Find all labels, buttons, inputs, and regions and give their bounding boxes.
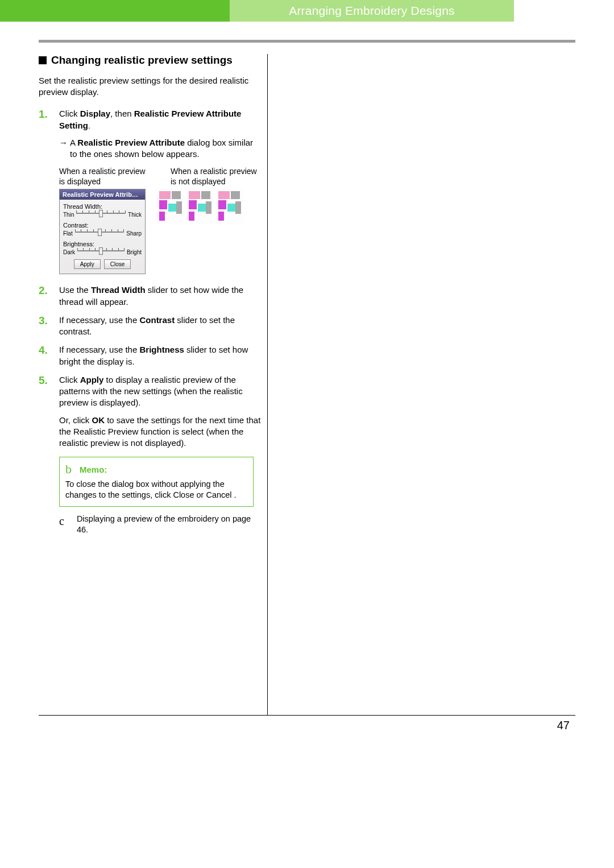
dialog-buttons: Apply Close <box>63 259 142 269</box>
s1-sub-t1: A <box>70 138 77 147</box>
s1-t1: Click <box>59 109 80 118</box>
thick-label: Thick <box>128 212 142 218</box>
close-button[interactable]: Close <box>104 259 131 269</box>
slider-thumb-icon[interactable] <box>99 210 103 217</box>
brightness-row: Brightness: Dark Bright <box>63 241 142 256</box>
thumb-2 <box>186 189 214 224</box>
brightness-slider[interactable] <box>77 248 125 256</box>
s5-t1: Click <box>59 375 80 385</box>
step-3-number: 3. <box>39 315 53 338</box>
s1-sub-b1: Realistic Preview Attribute <box>77 138 185 147</box>
s1-t2: , then <box>110 109 134 118</box>
step-4-body: If necessary, use the Brightness slider … <box>59 344 262 367</box>
contrast-row: Contrast: Flat Sharp <box>63 222 142 237</box>
apply-button[interactable]: Apply <box>74 259 101 269</box>
figures-row: Realistic Preview Attrib… Thread Width: … <box>59 189 262 274</box>
right-column <box>272 54 501 715</box>
s3-t1: If necessary, use the <box>59 315 139 325</box>
memo-title: Memo: <box>80 465 107 474</box>
caption-right: When a realistic preview is not displaye… <box>171 167 262 187</box>
chapter-title: Arranging Embroidery Designs <box>230 0 514 22</box>
left-column: Changing realistic preview settings Set … <box>39 54 267 715</box>
step-3: 3. If necessary, use the Contrast slider… <box>39 315 262 338</box>
step-1-body: Click Display, then Realistic Preview At… <box>59 108 262 160</box>
s3-b1: Contrast <box>139 315 175 325</box>
s1-t3: . <box>88 121 90 130</box>
dialog-title: Realistic Preview Attrib… <box>60 189 145 200</box>
step-2-body: Use the Thread Width slider to set how w… <box>59 284 262 308</box>
s2-b1: Thread Width <box>91 285 146 295</box>
xref-c-icon: c <box>59 514 64 535</box>
step-4: 4. If necessary, use the Brightness slid… <box>39 344 262 367</box>
flat-label: Flat <box>63 230 73 237</box>
thin-label: Thin <box>63 212 74 218</box>
s1-b1: Display <box>80 109 110 118</box>
step-4-number: 4. <box>39 344 53 367</box>
thread-width-row: Thread Width: Thin Thick <box>63 203 142 218</box>
s4-b1: Brightness <box>139 345 184 354</box>
page-body: Changing realistic preview settings Set … <box>0 43 614 715</box>
figure-captions: When a realistic preview is displayed Wh… <box>59 167 262 187</box>
dialog-body: Thread Width: Thin Thick Contrast: <box>60 200 145 274</box>
caption-left: When a realistic preview is displayed <box>59 167 150 187</box>
dark-label: Dark <box>63 249 75 255</box>
s5-p2a: Or, click <box>59 415 92 425</box>
section-title-text: Changing realistic preview settings <box>51 54 233 67</box>
s5-b1: Apply <box>80 375 104 385</box>
bright-label: Bright <box>127 249 142 255</box>
s5-p2b: OK <box>92 415 105 425</box>
memo-text: To close the dialog box without applying… <box>65 479 247 501</box>
header-right-block <box>514 0 614 22</box>
section-title: Changing realistic preview settings <box>39 54 262 67</box>
header-left-block <box>0 0 230 22</box>
intro-text: Set the realistic preview settings for t… <box>39 75 262 98</box>
thread-width-slider[interactable] <box>76 210 126 218</box>
header-band: Arranging Embroidery Designs <box>0 0 614 22</box>
thread-width-label: Thread Width: <box>63 203 142 210</box>
brightness-label: Brightness: <box>63 241 142 247</box>
step-1-number: 1. <box>39 108 53 160</box>
step-2-number: 2. <box>39 284 53 308</box>
contrast-slider[interactable] <box>75 229 125 237</box>
xref-text: Displaying a preview of the embroidery o… <box>77 514 254 535</box>
thumb-1 <box>157 189 184 224</box>
s4-t1: If necessary, use the <box>59 345 139 354</box>
cross-reference: c Displaying a preview of the embroidery… <box>59 514 254 535</box>
step-5-body: Click Apply to display a realistic previ… <box>59 374 262 449</box>
step-5-number: 5. <box>39 374 53 449</box>
dialog-figure: Realistic Preview Attrib… Thread Width: … <box>59 189 146 274</box>
slider-thumb-icon[interactable] <box>98 229 102 236</box>
preview-thumbnails <box>157 189 244 224</box>
step-5: 5. Click Apply to display a realistic pr… <box>39 374 262 449</box>
memo-box: b Memo: To close the dialog box without … <box>59 457 254 507</box>
step-3-body: If necessary, use the Contrast slider to… <box>59 315 262 338</box>
step-2: 2. Use the Thread Width slider to set ho… <box>39 284 262 308</box>
arrow-icon: → <box>59 137 68 160</box>
memo-head: b Memo: <box>65 462 247 477</box>
s2-t1: Use the <box>59 285 91 295</box>
step-1: 1. Click Display, then Realistic Preview… <box>39 108 262 160</box>
s1-sub-text: A Realistic Preview Attribute dialog box… <box>70 137 262 160</box>
slider-thumb-icon[interactable] <box>99 247 103 255</box>
contrast-label: Contrast: <box>63 222 142 229</box>
page-number: 47 <box>0 716 614 732</box>
thumb-3 <box>216 189 243 224</box>
square-bullet-icon <box>39 56 47 64</box>
step-1-sub: → A Realistic Preview Attribute dialog b… <box>59 137 262 160</box>
memo-b-icon: b <box>65 462 72 477</box>
sharp-label: Sharp <box>126 230 142 237</box>
column-divider <box>267 54 268 715</box>
